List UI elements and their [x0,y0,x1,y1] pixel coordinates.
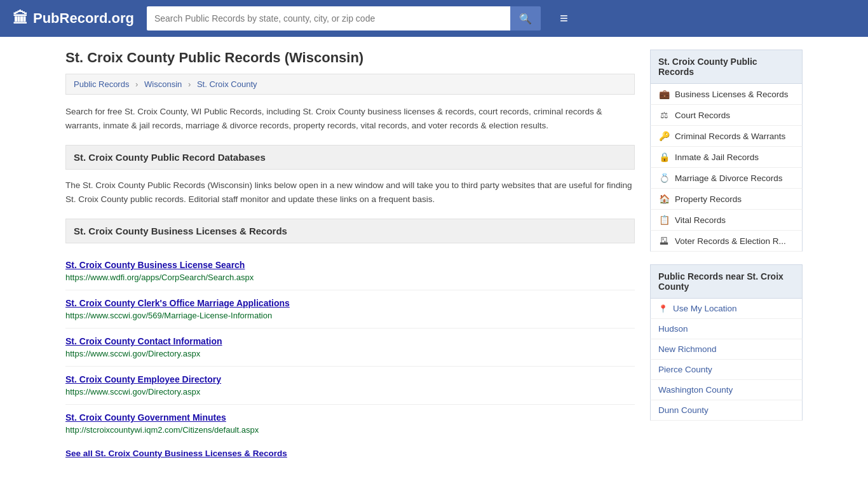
logo-icon: 🏛 [13,10,28,27]
sidebar-nearby-section: Public Records near St. Croix County 📍 U… [650,264,803,421]
nearby-item-5[interactable]: Dunn County [650,400,803,421]
record-url-2: https://www.sccwi.gov/Directory.aspx [65,349,200,358]
breadcrumb-sep-1: › [135,79,138,89]
record-item: St. Croix County Government Minutes http… [65,405,635,442]
main-container: St. Croix County Public Records (Wiscons… [53,37,815,471]
nearby-item-2[interactable]: New Richmond [650,339,803,360]
record-title-0[interactable]: St. Croix County Business License Search [65,260,635,270]
page-title: St. Croix County Public Records (Wiscons… [65,50,635,66]
sidebar-item-business-licenses-records[interactable]: 💼 Business Licenses & Records [650,84,803,105]
sidebar-item-label-2: Criminal Records & Warrants [675,132,785,141]
search-input[interactable] [147,6,510,30]
nearby-item-3[interactable]: Pierce County [650,360,803,380]
sidebar-icon-0: 💼 [658,89,670,99]
sidebar-icon-1: ⚖ [658,110,670,120]
nearby-label-5: Dunn County [658,405,709,415]
breadcrumb-link-wisconsin[interactable]: Wisconsin [144,79,182,89]
intro-text: Search for free St. Croix County, WI Pub… [65,105,635,132]
search-button[interactable]: 🔍 [510,6,541,30]
record-title-4[interactable]: St. Croix County Government Minutes [65,412,635,423]
records-list: St. Croix County Business License Search… [65,252,635,442]
sidebar-icon-4: 💍 [658,173,670,183]
nearby-label-2: New Richmond [658,344,717,354]
sidebar-item-label-1: Court Records [675,111,730,120]
nearby-label-4: Washington County [658,385,733,395]
sidebar: St. Croix County Public Records 💼 Busine… [650,50,803,458]
sidebar-records-list: 💼 Business Licenses & Records ⚖ Court Re… [650,84,803,252]
search-area: 🔍 [147,6,541,30]
header: 🏛 PubRecord.org 🔍 ≡ [0,0,868,37]
breadcrumb-sep-2: › [188,79,191,89]
sidebar-item-label-7: Voter Records & Election R... [675,236,786,246]
nearby-item-4[interactable]: Washington County [650,380,803,400]
nearby-item-1[interactable]: Hudson [650,319,803,339]
sidebar-item-court-records[interactable]: ⚖ Court Records [650,105,803,126]
sidebar-icon-5: 🏠 [658,194,670,204]
sidebar-nearby-list: 📍 Use My Location Hudson New Richmond Pi… [650,299,803,421]
record-url-1: https://www.sccwi.gov/569/Marriage-Licen… [65,311,272,320]
location-icon: 📍 [658,304,668,313]
sidebar-icon-6: 📋 [658,215,670,225]
sidebar-item-label-6: Vital Records [675,215,726,225]
record-item: St. Croix County Contact Information htt… [65,329,635,367]
logo[interactable]: 🏛 PubRecord.org [13,10,134,27]
sidebar-icon-7: 🗳 [658,236,670,246]
see-all-link[interactable]: See all St. Croix County Business Licens… [65,449,287,458]
logo-text: PubRecord.org [33,10,134,27]
sidebar-icon-3: 🔒 [658,152,670,162]
sidebar-icon-2: 🔑 [658,131,670,141]
sidebar-item-vital-records[interactable]: 📋 Vital Records [650,210,803,231]
record-item: St. Croix County Business License Search… [65,252,635,290]
nearby-label-3: Pierce County [658,365,712,374]
record-title-1[interactable]: St. Croix County Clerk's Office Marriage… [65,298,635,308]
databases-desc: The St. Croix County Public Records (Wis… [65,179,635,206]
business-header: St. Croix County Business Licenses & Rec… [65,219,635,243]
sidebar-item-label-3: Inmate & Jail Records [675,152,759,162]
see-all: See all St. Croix County Business Licens… [65,449,635,458]
sidebar-item-marriage-divorce-records[interactable]: 💍 Marriage & Divorce Records [650,168,803,189]
record-url-4: http://stcroixcountywi.iqm2.com/Citizens… [65,425,259,435]
breadcrumb-link-public-records[interactable]: Public Records [74,79,129,89]
breadcrumb: Public Records › Wisconsin › St. Croix C… [65,74,635,95]
breadcrumb-link-stcroix[interactable]: St. Croix County [197,79,257,89]
sidebar-records-title: St. Croix County Public Records [650,50,803,84]
sidebar-item-label-0: Business Licenses & Records [675,90,789,99]
sidebar-item-property-records[interactable]: 🏠 Property Records [650,189,803,210]
record-url-0: https://www.wdfi.org/apps/CorpSearch/Sea… [65,273,254,282]
menu-button[interactable]: ≡ [560,10,568,27]
content-area: St. Croix County Public Records (Wiscons… [65,50,635,458]
sidebar-nearby-title: Public Records near St. Croix County [650,264,803,299]
nearby-label-0: Use My Location [673,304,737,313]
nearby-label-1: Hudson [658,324,688,334]
sidebar-item-inmate-jail-records[interactable]: 🔒 Inmate & Jail Records [650,147,803,168]
record-title-3[interactable]: St. Croix County Employee Directory [65,374,635,384]
sidebar-records-section: St. Croix County Public Records 💼 Busine… [650,50,803,252]
record-url-3: https://www.sccwi.gov/Directory.aspx [65,387,200,396]
record-item: St. Croix County Clerk's Office Marriage… [65,290,635,329]
sidebar-item-label-5: Property Records [675,194,742,204]
record-item: St. Croix County Employee Directory http… [65,367,635,405]
databases-header: St. Croix County Public Record Databases [65,145,635,170]
nearby-item-0[interactable]: 📍 Use My Location [650,299,803,319]
record-title-2[interactable]: St. Croix County Contact Information [65,336,635,346]
sidebar-item-label-4: Marriage & Divorce Records [675,173,783,183]
sidebar-item-criminal-records-warrants[interactable]: 🔑 Criminal Records & Warrants [650,126,803,147]
sidebar-item-voter-records-election-r-[interactable]: 🗳 Voter Records & Election R... [650,231,803,252]
